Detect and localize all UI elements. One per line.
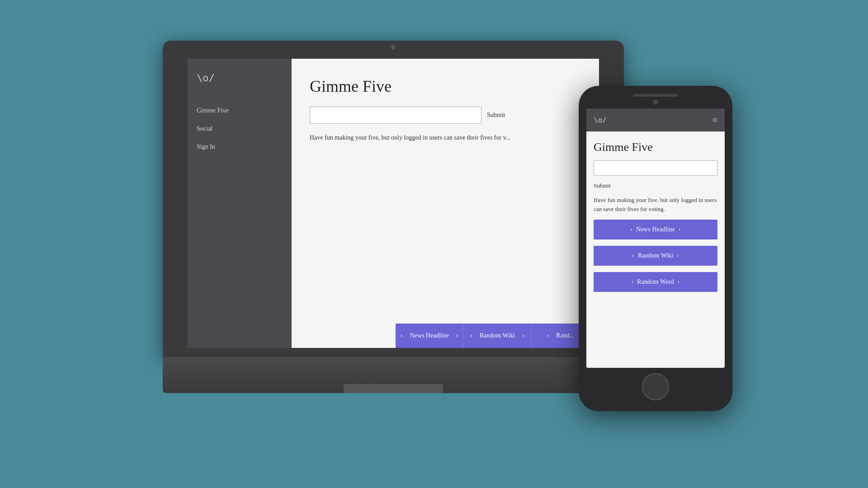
hamburger-icon[interactable]: ≡: [712, 115, 717, 125]
laptop-page-title: Gimme Five: [310, 77, 581, 96]
laptop-input-row: Submit: [310, 107, 581, 124]
laptop-submit-button[interactable]: Submit: [487, 112, 505, 119]
laptop-random-word-label: Rand...: [556, 332, 574, 339]
laptop-trackpad: [344, 384, 443, 393]
laptop-main: Gimme Five Submit Have fun making your f…: [292, 59, 599, 348]
phone-random-word-button[interactable]: ‹ Random Word ›: [594, 272, 717, 292]
chevron-left-icon: ‹: [547, 332, 549, 339]
laptop-search-input[interactable]: [310, 107, 481, 124]
laptop-random-wiki-button[interactable]: ‹ Random Wiki ›: [463, 324, 531, 348]
laptop-logo: \o/: [197, 72, 283, 84]
laptop-outer: \o/ Gimme Five Social Sign In Gimme Five…: [163, 41, 624, 357]
phone-news-headline-button[interactable]: ‹ News Headline ›: [594, 220, 717, 239]
chevron-left-icon: ‹: [632, 252, 634, 259]
phone-screen: \o/ ≡ Gimme Five Submit Have fun making …: [586, 108, 725, 368]
chevron-right-icon: ›: [677, 252, 679, 259]
laptop-sidebar: \o/ Gimme Five Social Sign In: [188, 59, 292, 348]
chevron-right-icon: ›: [679, 226, 681, 233]
phone-topbar: \o/ ≡: [586, 108, 725, 131]
phone: \o/ ≡ Gimme Five Submit Have fun making …: [579, 86, 732, 411]
chevron-left-icon: ‹: [401, 332, 403, 339]
laptop-description: Have fun making your five, but only logg…: [310, 133, 581, 142]
laptop-screen: \o/ Gimme Five Social Sign In Gimme Five…: [188, 59, 599, 348]
phone-random-word-label: Random Word: [637, 278, 674, 286]
sidebar-item-sign-in[interactable]: Sign In: [197, 138, 283, 156]
phone-speaker: [633, 94, 678, 97]
sidebar-item-gimme-five[interactable]: Gimme Five: [197, 102, 283, 120]
chevron-right-icon: ›: [456, 332, 458, 339]
sidebar-item-social[interactable]: Social: [197, 120, 283, 138]
laptop-news-headline-button[interactable]: ‹ News Headline ›: [396, 324, 463, 348]
phone-search-input[interactable]: [594, 160, 717, 176]
laptop: \o/ Gimme Five Social Sign In Gimme Five…: [163, 41, 624, 393]
phone-description: Have fun making your five, but only logg…: [594, 196, 717, 213]
laptop-base: [163, 357, 624, 393]
phone-random-wiki-button[interactable]: ‹ Random Wiki ›: [594, 246, 717, 266]
phone-content: Gimme Five Submit Have fun making your f…: [586, 131, 725, 368]
phone-news-headline-label: News Headline: [636, 226, 675, 233]
phone-logo: \o/: [594, 116, 607, 124]
laptop-bottom-bar: ‹ News Headline › ‹ Random Wiki › ‹ Rand…: [396, 324, 599, 348]
chevron-left-icon: ‹: [632, 278, 634, 286]
laptop-random-wiki-label: Random Wiki: [480, 332, 515, 339]
chevron-right-icon: ›: [522, 332, 524, 339]
laptop-news-headline-label: News Headline: [410, 332, 449, 339]
chevron-left-icon: ‹: [630, 226, 632, 233]
phone-page-title: Gimme Five: [594, 141, 717, 154]
phone-camera: [653, 99, 658, 105]
phone-home-button[interactable]: [642, 373, 669, 400]
chevron-left-icon: ‹: [470, 332, 472, 339]
phone-submit-label[interactable]: Submit: [594, 182, 717, 189]
laptop-camera: [391, 45, 396, 50]
chevron-right-icon: ›: [678, 278, 680, 286]
phone-random-wiki-label: Random Wiki: [638, 252, 673, 259]
scene: \o/ Gimme Five Social Sign In Gimme Five…: [163, 41, 705, 447]
